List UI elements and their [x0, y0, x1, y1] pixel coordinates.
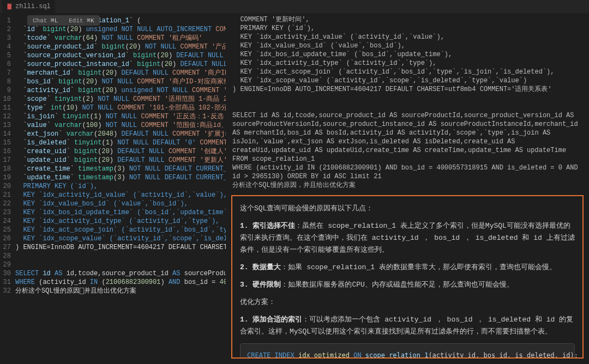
svg-rect-0	[8, 4, 12, 10]
chat-hint-overlay[interactable]: Chat ⌘L Edit ⌘K	[27, 15, 100, 26]
editor-pane[interactable]: Chat ⌘L Edit ⌘K 123456789101112131415161…	[0, 13, 226, 364]
sql-file-icon	[7, 3, 13, 10]
file-tab[interactable]: zhlli.sql	[2, 0, 55, 13]
sql-code-block[interactable]: CREATE INDEX idx_optimized ON scope_rela…	[240, 343, 575, 359]
answer-box: 这个SQL查询可能会慢的原因有以下几点： 1. 索引选择不佳：虽然在 scope…	[231, 195, 584, 359]
tab-filename: zhlli.sql	[15, 3, 51, 10]
assistant-pane: COMMENT '更新时间', PRIMARY KEY (`id`), KEY …	[226, 13, 589, 364]
context-sql: COMMENT '更新时间', PRIMARY KEY (`id`), KEY …	[231, 13, 584, 195]
line-gutter: 1234567891011121314151617181920212223242…	[0, 13, 15, 364]
code-area[interactable]: relation_1` ( `id` bigint(20) unsigned N…	[15, 13, 226, 364]
tab-bar: zhlli.sql	[0, 0, 589, 13]
answer-intro: 这个SQL查询可能会慢的原因有以下几点：	[240, 203, 575, 215]
opt-title: 优化方案：	[240, 296, 575, 308]
